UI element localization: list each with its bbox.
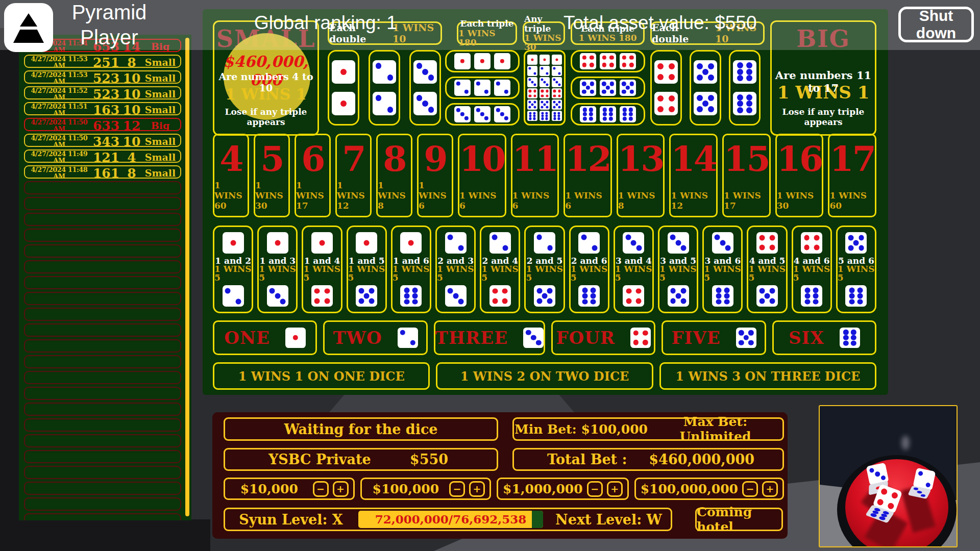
chip-1m-plus-button[interactable]: +: [607, 481, 623, 497]
pip: [555, 81, 558, 83]
bet-small[interactable]: SMALL $460,000,000 Are numbers 4 to 10 1…: [213, 20, 319, 136]
bet-combo-5-6[interactable]: 5 and 61 WINS 5: [836, 226, 876, 313]
pip: [464, 116, 469, 120]
bet-single-2[interactable]: TWO: [323, 320, 427, 355]
bet-combo-3-4[interactable]: 3 and 41 WINS 5: [614, 226, 654, 313]
history-row-empty: [24, 339, 181, 353]
chip-100k[interactable]: $100,000−+: [360, 478, 492, 500]
bet-number-12[interactable]: 121 WINS 6: [564, 134, 612, 217]
bet-combo-2-6[interactable]: 2 and 61 WINS 5: [569, 226, 609, 313]
bet-number-13[interactable]: 131 WINS 8: [617, 134, 665, 217]
chip-100k-plus-button[interactable]: +: [469, 481, 485, 497]
pip: [805, 287, 811, 293]
bet-number-7[interactable]: 71 WINS 12: [335, 134, 372, 217]
die-1-icon: [267, 232, 288, 254]
chip-10k-minus-button[interactable]: −: [313, 481, 329, 497]
bet-single-1[interactable]: ONE: [213, 320, 317, 355]
bet-number-5[interactable]: 51 WINS 30: [254, 134, 290, 217]
bet-number-4[interactable]: 41 WINS 60: [213, 134, 249, 217]
bet-combo-3-6[interactable]: 3 and 61 WINS 5: [702, 226, 743, 313]
bet-combo-2-5[interactable]: 2 and 51 WINS 5: [524, 226, 565, 313]
bet-number-14[interactable]: 141 WINS 12: [669, 134, 718, 217]
pip: [500, 59, 504, 63]
bet-number-11[interactable]: 111 WINS 6: [511, 134, 559, 217]
history-dice: 121: [91, 151, 121, 164]
coming-hotel-button[interactable]: Coming hotel: [695, 508, 783, 531]
bet-triple-5[interactable]: [571, 77, 645, 99]
bet-number-17[interactable]: 171 WINS 60: [828, 134, 876, 217]
pip: [504, 90, 508, 94]
number-odds: 1 WINS 6: [459, 190, 505, 211]
bet-combo-1-6[interactable]: 1 and 61 WINS 5: [391, 226, 431, 313]
bet-number-9[interactable]: 91 WINS 6: [417, 134, 453, 217]
bet-double-6[interactable]: [729, 50, 761, 126]
shutdown-button[interactable]: Shut down: [898, 7, 974, 42]
history-dice: 163: [91, 104, 121, 116]
pip: [545, 117, 548, 120]
bet-any-triple[interactable]: [524, 50, 566, 126]
bet-combo-2-4[interactable]: 2 and 41 WINS 5: [480, 226, 520, 313]
level-progress-bar: 72,000,000/76,692,538: [358, 511, 543, 528]
chip-100k-minus-button[interactable]: −: [449, 481, 465, 497]
bet-combo-3-5[interactable]: 3 and 51 WINS 5: [658, 226, 698, 313]
bet-triple-4[interactable]: [571, 50, 645, 72]
chip-100m-minus-button[interactable]: −: [742, 481, 758, 497]
pip: [502, 288, 508, 294]
bet-single-6[interactable]: SIX: [772, 320, 876, 355]
bet-big[interactable]: BIG Are numbers 11 to 17 1 WINS 1 Lose i…: [770, 20, 876, 136]
die-3-icon: [712, 232, 733, 254]
header-odds: 1 WINS 30: [524, 33, 564, 52]
chip-10k-plus-button[interactable]: +: [333, 481, 349, 497]
bet-number-15[interactable]: 151 WINS 17: [722, 134, 771, 217]
bet-single-4[interactable]: FOUR: [551, 320, 655, 355]
bet-number-6[interactable]: 61 WINS 17: [295, 134, 331, 217]
die-3-icon: [523, 328, 544, 348]
pip: [558, 72, 560, 74]
single-label: ONE: [224, 328, 270, 348]
bet-triple-3[interactable]: [445, 103, 520, 126]
pip: [669, 63, 675, 69]
pip: [542, 112, 544, 114]
pip: [541, 78, 543, 81]
die-2-icon: [540, 66, 550, 76]
bet-combo-1-5[interactable]: 1 and 51 WINS 5: [347, 226, 387, 313]
bet-single-3[interactable]: THREE: [434, 320, 546, 355]
bet-combo-1-4[interactable]: 1 and 41 WINS 5: [302, 226, 342, 313]
bet-double-3[interactable]: [409, 50, 441, 126]
chip-100m-plus-button[interactable]: +: [762, 481, 778, 497]
bet-double-5[interactable]: [690, 50, 721, 126]
history-total: 4: [121, 151, 142, 164]
pip: [400, 330, 405, 335]
pip: [412, 287, 418, 293]
bet-combo-1-2[interactable]: 1 and 21 WINS 5: [213, 226, 253, 313]
chip-100m[interactable]: $100,000,000−+: [634, 478, 784, 500]
pip: [546, 72, 548, 74]
die-4-icon: [620, 53, 636, 69]
bet-triple-2[interactable]: [445, 77, 520, 99]
bet-double-4[interactable]: [650, 50, 682, 126]
history-scrollbar[interactable]: [185, 38, 189, 516]
bet-triple-1[interactable]: [445, 50, 520, 72]
number-odds: 1 WINS 8: [378, 180, 411, 211]
chip-10k[interactable]: $10,000−+: [224, 478, 355, 500]
pip: [623, 112, 627, 116]
bet-combo-4-6[interactable]: 4 and 61 WINS 5: [792, 226, 832, 313]
bet-combo-1-3[interactable]: 1 and 31 WINS 5: [257, 226, 298, 313]
bet-double-2[interactable]: [369, 50, 400, 126]
header-odds: 1 WINS 180: [458, 29, 516, 47]
bet-number-16[interactable]: 161 WINS 30: [775, 134, 824, 217]
pip: [739, 330, 744, 335]
big-note: Lose if any triple appears: [772, 107, 875, 127]
bet-single-5[interactable]: FIVE: [662, 320, 766, 355]
chip-1m[interactable]: $1,000,000−+: [497, 478, 629, 500]
bet-number-8[interactable]: 81 WINS 8: [376, 134, 412, 217]
bet-header-each-triple-left[interactable]: Each triple1 WINS 180: [457, 21, 517, 45]
die-2-icon: [474, 80, 491, 96]
bet-header-any-triple[interactable]: Any triple1 WINS 30: [523, 21, 565, 45]
bet-number-10[interactable]: 101 WINS 6: [458, 134, 506, 217]
bet-double-1[interactable]: [328, 50, 359, 126]
bet-triple-6[interactable]: [571, 103, 645, 126]
bet-combo-4-5[interactable]: 4 and 51 WINS 5: [747, 226, 787, 313]
bet-combo-2-3[interactable]: 2 and 31 WINS 5: [435, 226, 476, 313]
chip-1m-minus-button[interactable]: −: [587, 481, 603, 497]
